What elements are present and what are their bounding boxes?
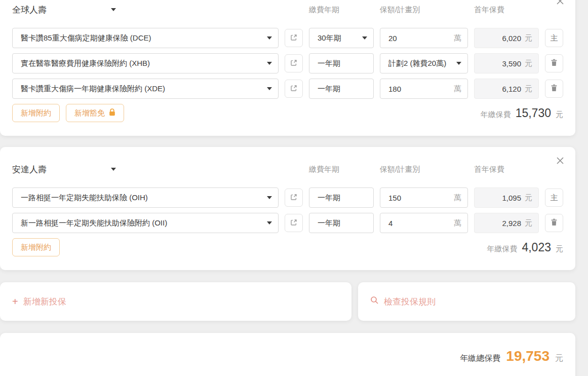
delete-button[interactable] xyxy=(545,80,563,98)
caret-down-icon xyxy=(267,87,272,90)
wan-suffix: 萬 xyxy=(454,84,461,94)
check-rules-label: 檢查投保規則 xyxy=(384,296,436,308)
bottom-actions: + 新增新投保 檢查投保規則 xyxy=(0,282,575,321)
term-field: 一年期 xyxy=(309,79,374,99)
total-premium-value: 19,753 xyxy=(506,348,550,364)
column-header-amount: 保額/計畫別 xyxy=(380,5,468,15)
caret-down-icon xyxy=(267,36,272,40)
product-select[interactable]: 實在醫靠醫療費用健康保險附約 (XHB) xyxy=(12,53,279,73)
trash-icon xyxy=(551,218,558,228)
main-badge: 主 xyxy=(545,189,563,207)
premium-field: 6,120 元 xyxy=(474,79,539,99)
insurer-name: 全球人壽 xyxy=(12,4,47,16)
delete-button[interactable] xyxy=(545,214,563,232)
amount-value: 20 xyxy=(388,34,397,43)
term-value: 一年期 xyxy=(318,193,340,203)
trash-icon xyxy=(551,84,558,93)
term-field: 一年期 xyxy=(309,53,374,73)
caret-down-icon xyxy=(362,36,367,40)
caret-down-icon xyxy=(111,8,116,11)
term-select[interactable]: 30年期 xyxy=(309,28,374,48)
premium-value: 1,095 xyxy=(502,194,521,202)
check-rules-button[interactable]: 檢查投保規則 xyxy=(358,282,575,321)
card-footer: 新增附約 新增豁免 年繳保費 15,730 元 xyxy=(12,104,563,122)
card-header: 全球人壽 繳費年期 保額/計畫別 首年保費 xyxy=(12,0,563,20)
plan-select[interactable]: 計劃2 (雜費20萬) xyxy=(380,53,468,73)
insurer-select[interactable]: 安達人壽 xyxy=(12,164,116,175)
plan-value: 計劃2 (雜費20萬) xyxy=(388,59,446,68)
external-link-button[interactable] xyxy=(285,29,303,47)
currency-suffix: 元 xyxy=(525,59,532,68)
policy-card-transglobe: 全球人壽 繳費年期 保額/計畫別 首年保費 醫卡讚85重大傷病定期健康保險 (D… xyxy=(0,0,575,136)
product-select[interactable]: 醫卡讚85重大傷病定期健康保險 (DCE) xyxy=(12,28,279,48)
external-link-icon xyxy=(290,218,298,228)
premium-value: 2,928 xyxy=(502,219,521,228)
product-row: 新一路相挺一年定期失能扶助保險附約 (OII) 一年期 4 萬 2,928 元 xyxy=(12,213,563,233)
quote-page: 全球人壽 繳費年期 保額/計畫別 首年保費 醫卡讚85重大傷病定期健康保險 (D… xyxy=(0,0,575,376)
currency-suffix: 元 xyxy=(556,110,563,120)
product-select[interactable]: 一路相挺一年定期失能扶助保險 (OIH) xyxy=(12,187,279,208)
annual-premium-value: 4,023 xyxy=(522,241,551,254)
column-header-premium: 首年保費 xyxy=(474,165,539,174)
annual-premium-label: 年繳保費 xyxy=(487,244,517,254)
main-badge: 主 xyxy=(545,29,563,47)
caret-down-icon xyxy=(456,62,461,65)
currency-suffix: 元 xyxy=(525,33,532,43)
external-link-button[interactable] xyxy=(285,54,303,72)
add-waiver-button[interactable]: 新增豁免 xyxy=(66,104,124,122)
wan-suffix: 萬 xyxy=(454,33,461,43)
annual-premium-value: 15,730 xyxy=(516,106,551,120)
annual-premium: 年繳保費 15,730 元 xyxy=(481,106,563,120)
annual-premium: 年繳保費 4,023 元 xyxy=(487,241,563,254)
external-link-button[interactable] xyxy=(285,189,303,207)
add-policy-button[interactable]: + 新增新投保 xyxy=(0,282,351,321)
delete-button[interactable] xyxy=(545,54,563,72)
external-link-button[interactable] xyxy=(285,80,303,98)
caret-down-icon xyxy=(267,221,272,224)
amount-input[interactable]: 20 萬 xyxy=(380,28,468,48)
column-header-term: 繳費年期 xyxy=(309,165,374,174)
external-link-icon xyxy=(290,33,298,43)
add-rider-label: 新增附約 xyxy=(21,108,51,118)
product-row: 一路相挺一年定期失能扶助保險 (OIH) 一年期 150 萬 1,095 元 主 xyxy=(12,187,563,208)
plus-icon: + xyxy=(12,296,18,307)
total-premium-bar: 年繳總保費 19,753 元 xyxy=(0,333,575,376)
premium-field: 1,095 元 xyxy=(474,187,539,208)
premium-field: 2,928 元 xyxy=(474,213,539,233)
wan-suffix: 萬 xyxy=(454,218,461,228)
add-rider-button[interactable]: 新增附約 xyxy=(12,104,60,122)
term-field: 一年期 xyxy=(309,213,374,233)
premium-value: 3,590 xyxy=(502,59,521,68)
currency-suffix: 元 xyxy=(555,353,563,364)
term-value: 一年期 xyxy=(318,218,340,228)
product-row: 醫卡讚重大傷病一年期健康保險附約 (XDE) 一年期 180 萬 6,120 元 xyxy=(12,79,563,99)
amount-input[interactable]: 180 萬 xyxy=(380,79,468,99)
close-button[interactable] xyxy=(555,156,566,167)
column-header-premium: 首年保費 xyxy=(474,5,539,15)
add-rider-button[interactable]: 新增附約 xyxy=(12,238,60,256)
term-field: 一年期 xyxy=(309,187,374,208)
caret-down-icon xyxy=(267,196,272,199)
amount-input[interactable]: 150 萬 xyxy=(380,187,468,208)
product-name: 一路相挺一年定期失能扶助保險 (OIH) xyxy=(21,193,148,203)
column-header-term: 繳費年期 xyxy=(309,5,374,15)
insurer-name: 安達人壽 xyxy=(12,164,47,175)
product-select[interactable]: 醫卡讚重大傷病一年期健康保險附約 (XDE) xyxy=(12,79,279,99)
product-name: 醫卡讚85重大傷病定期健康保險 (DCE) xyxy=(21,33,151,43)
amount-value: 150 xyxy=(388,194,401,202)
premium-field: 6,020 元 xyxy=(474,28,539,48)
add-waiver-label: 新增豁免 xyxy=(74,108,105,118)
amount-input[interactable]: 4 萬 xyxy=(380,213,468,233)
product-row: 實在醫靠醫療費用健康保險附約 (XHB) 一年期 計劃2 (雜費20萬) 3,5… xyxy=(12,53,563,73)
currency-suffix: 元 xyxy=(556,244,563,254)
close-icon xyxy=(556,0,565,7)
currency-suffix: 元 xyxy=(525,84,532,94)
external-link-button[interactable] xyxy=(285,214,303,232)
currency-suffix: 元 xyxy=(525,193,532,203)
annual-premium-label: 年繳保費 xyxy=(481,110,511,120)
search-icon xyxy=(370,296,379,307)
close-button[interactable] xyxy=(555,0,566,7)
insurer-select[interactable]: 全球人壽 xyxy=(12,4,116,16)
external-link-icon xyxy=(290,193,298,203)
product-select[interactable]: 新一路相挺一年定期失能扶助保險附約 (OII) xyxy=(12,213,279,233)
